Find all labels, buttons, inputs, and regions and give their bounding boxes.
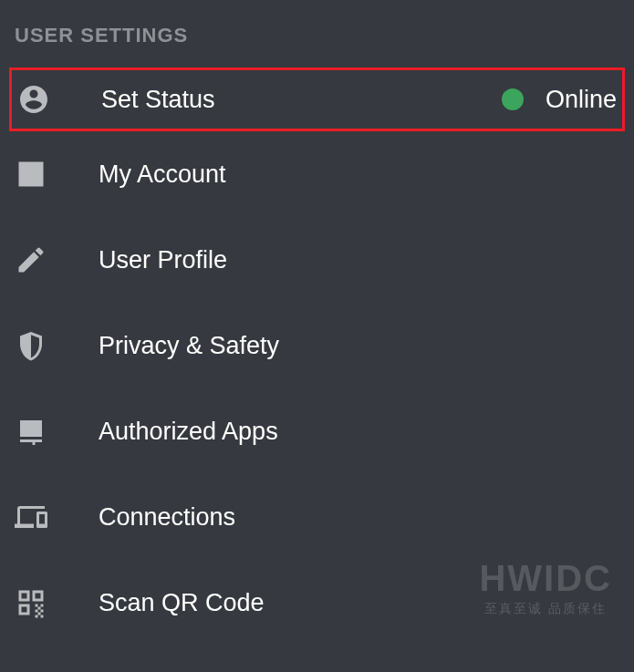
menu-item-scan-qr[interactable]: Scan QR Code [0, 560, 634, 646]
menu-item-privacy-safety[interactable]: Privacy & Safety [0, 303, 634, 388]
devices-icon [15, 501, 58, 533]
menu-label-my-account: My Account [99, 160, 619, 189]
status-indicator: Online [502, 86, 617, 114]
settings-menu-list: Set Status Online My Account User Profil… [0, 67, 634, 646]
menu-label-set-status: Set Status [101, 86, 502, 114]
status-dot-icon [502, 88, 524, 110]
qr-icon [15, 586, 58, 619]
menu-label-authorized-apps: Authorized Apps [99, 418, 619, 446]
menu-label-scan-qr: Scan QR Code [99, 589, 619, 617]
menu-item-connections[interactable]: Connections [0, 474, 634, 560]
status-value: Online [546, 86, 617, 114]
menu-item-authorized-apps[interactable]: Authorized Apps [0, 388, 634, 474]
apps-icon [15, 415, 58, 448]
account-icon [15, 158, 58, 191]
settings-header-title: USER SETTINGS [15, 24, 619, 47]
menu-item-user-profile[interactable]: User Profile [0, 217, 634, 303]
menu-label-connections: Connections [99, 503, 619, 532]
menu-item-set-status[interactable]: Set Status Online [9, 67, 625, 131]
menu-label-privacy-safety: Privacy & Safety [99, 332, 619, 360]
status-icon [17, 83, 61, 116]
settings-header: USER SETTINGS [0, 0, 634, 67]
menu-item-my-account[interactable]: My Account [0, 131, 634, 217]
shield-icon [15, 329, 58, 362]
menu-label-user-profile: User Profile [99, 246, 619, 274]
pencil-icon [15, 243, 58, 276]
